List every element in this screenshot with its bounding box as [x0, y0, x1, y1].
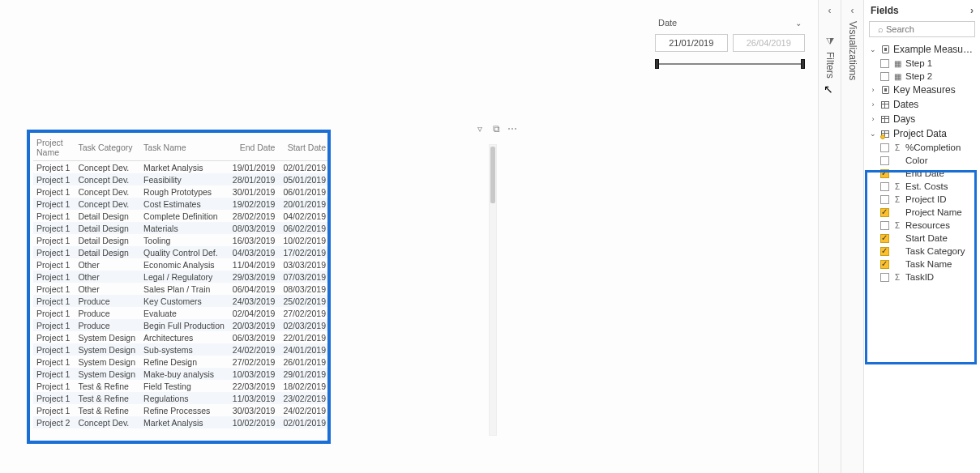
table-row[interactable]: Project 1OtherSales Plan / Train06/04/20… [33, 283, 331, 295]
tree-table-node[interactable]: › Days [866, 112, 978, 126]
field-checkbox[interactable] [880, 260, 889, 269]
field-item[interactable]: ▦ Step 1 [866, 57, 978, 70]
column-header[interactable]: Start Date [280, 134, 331, 161]
field-item[interactable]: Start Date [866, 232, 978, 245]
tree-label: Dates [893, 99, 975, 110]
table-row[interactable]: Project 1Detail DesignComplete Definitio… [33, 210, 331, 222]
table-row[interactable]: Project 1Concept Dev.Rough Prototypes30/… [33, 185, 331, 198]
table-row[interactable]: Project 1Test & RefineRefine Processes30… [33, 404, 331, 416]
field-checkbox[interactable] [880, 221, 889, 230]
more-options-icon[interactable]: ⋯ [507, 123, 518, 134]
field-label: Task Name [905, 259, 975, 269]
field-checkbox[interactable] [880, 195, 889, 204]
field-item[interactable]: Project Name [866, 206, 978, 219]
chevron-left-icon[interactable]: ‹ [841, 5, 863, 16]
table-scrollbar[interactable] [489, 144, 497, 436]
table-row[interactable]: Project 1System DesignMake-buy analysis1… [33, 368, 331, 380]
tree-table-node[interactable]: › Dates [866, 97, 978, 112]
field-checkbox[interactable] [880, 273, 889, 282]
table-row[interactable]: Project 1Detail DesignTooling16/03/20191… [33, 234, 331, 246]
date-slicer[interactable]: Date ⌄ 21/01/2019 26/04/2019 [655, 16, 805, 71]
table-row[interactable]: Project 1ProduceBegin Full Production20/… [33, 319, 331, 331]
table-row[interactable]: Project 1Concept Dev.Market Analysis19/0… [33, 161, 331, 174]
table-visual[interactable]: ▿ ⧉ ⋯ Project NameTask CategoryTask Name… [27, 125, 497, 449]
chevron-right-icon[interactable]: › [869, 86, 877, 94]
field-item[interactable]: Σ Project ID [866, 193, 978, 206]
visualizations-pane-collapsed[interactable]: ‹ Visualizations [841, 0, 863, 473]
field-item[interactable]: Σ Resources [866, 219, 978, 232]
tree-table-node[interactable]: › Key Measures [866, 83, 978, 97]
chevron-down-icon[interactable]: ⌄ [869, 130, 877, 138]
field-checkbox[interactable] [880, 234, 889, 243]
field-item[interactable]: Σ Est. Costs [866, 180, 978, 193]
chevron-down-icon[interactable]: ⌄ [869, 45, 877, 53]
table-row[interactable]: Project 1OtherLegal / Regulatory29/03/20… [33, 271, 331, 283]
table-row[interactable]: Project 1System DesignArchitectures06/03… [33, 331, 331, 343]
filters-label: Filters [824, 52, 836, 79]
field-checkbox[interactable] [880, 59, 889, 68]
field-label: Task Category [905, 246, 975, 256]
field-checkbox[interactable] [880, 156, 889, 165]
table-row[interactable]: Project 1Detail DesignQuality Control De… [33, 246, 331, 258]
field-checkbox[interactable] [880, 247, 889, 256]
field-checkbox[interactable] [880, 208, 889, 217]
field-item[interactable]: Σ TaskID [866, 271, 978, 283]
table-row[interactable]: Project 1Test & RefineRegulations11/03/2… [33, 392, 331, 404]
table-row[interactable]: Project 1System DesignSub-systems24/02/2… [33, 343, 331, 356]
field-item[interactable]: End Date [866, 167, 978, 180]
column-header[interactable]: Task Name [140, 134, 229, 161]
table-row[interactable]: Project 1ProduceEvaluate02/04/201927/02/… [33, 307, 331, 319]
field-label: %Completion [905, 143, 975, 152]
sigma-icon: Σ [893, 221, 901, 230]
field-checkbox[interactable] [880, 143, 889, 152]
field-label: Est. Costs [905, 181, 975, 191]
field-label: Step 2 [905, 71, 975, 81]
table-row[interactable]: Project 1Concept Dev.Feasibility28/01/20… [33, 173, 331, 185]
slicer-end-date[interactable]: 26/04/2019 [733, 34, 806, 52]
scrollbar-thumb[interactable] [490, 147, 495, 203]
field-checkbox[interactable] [880, 169, 889, 178]
slicer-start-date[interactable]: 21/01/2019 [655, 34, 728, 52]
table-row[interactable]: Project 1Test & RefineField Testing22/03… [33, 380, 331, 392]
field-checkbox[interactable] [880, 182, 889, 191]
filters-pane-collapsed[interactable]: ‹ ⧩ Filters [818, 0, 841, 473]
field-label: TaskID [905, 272, 975, 282]
field-checkbox[interactable] [880, 72, 889, 81]
filter-icon[interactable]: ▿ [474, 123, 486, 134]
focus-mode-icon[interactable]: ⧉ [490, 123, 502, 134]
slider-thumb-end[interactable] [801, 59, 805, 69]
column-header[interactable]: Task Category [75, 134, 140, 161]
report-canvas[interactable]: Date ⌄ 21/01/2019 26/04/2019 ▿ ⧉ ⋯ Proje… [0, 0, 818, 473]
table-row[interactable]: Project 1System DesignRefine Design27/02… [33, 356, 331, 368]
table-row[interactable]: Project 1Detail DesignMaterials08/03/201… [33, 222, 331, 234]
table-icon [880, 100, 890, 109]
table-row[interactable]: Project 1Concept Dev.Cost Estimates19/02… [33, 198, 331, 210]
funnel-icon: ⧩ [819, 36, 841, 47]
tree-table-node[interactable]: ⌄ Example Measures [866, 42, 978, 57]
tree-label: Days [893, 113, 975, 125]
chevron-left-icon[interactable]: ‹ [819, 5, 841, 16]
chevron-right-icon[interactable]: › [970, 5, 974, 16]
field-item[interactable]: Task Category [866, 245, 978, 258]
tree-table-node[interactable]: ⌄ Project Data [866, 126, 978, 141]
field-label: End Date [905, 168, 975, 178]
slider-thumb-start[interactable] [655, 59, 659, 69]
table-row[interactable]: Project 1OtherEconomic Analysis11/04/201… [33, 258, 331, 271]
slicer-title: Date [658, 18, 677, 28]
chevron-down-icon[interactable]: ⌄ [795, 19, 802, 28]
field-item[interactable]: Color [866, 154, 978, 167]
chevron-right-icon[interactable]: › [869, 100, 877, 109]
date-slider[interactable] [655, 57, 805, 71]
chevron-right-icon[interactable]: › [869, 115, 877, 123]
field-item[interactable]: Task Name [866, 258, 978, 271]
fields-tree: ⌄ Example Measures ▦ Step 1 ▦ Step 2› Ke… [864, 42, 980, 283]
sigma-icon: Σ [893, 273, 901, 282]
field-item[interactable]: ▦ Step 2 [866, 70, 978, 83]
table-row[interactable]: Project 2Concept Dev.Market Analysis10/0… [33, 416, 331, 428]
fields-title: Fields [871, 5, 899, 16]
column-header[interactable]: Project Name [33, 134, 75, 161]
table-row[interactable]: Project 1ProduceKey Customers24/03/20192… [33, 295, 331, 307]
fields-search-input[interactable] [869, 21, 975, 37]
column-header[interactable]: End Date [229, 134, 280, 161]
field-item[interactable]: Σ %Completion [866, 141, 978, 154]
